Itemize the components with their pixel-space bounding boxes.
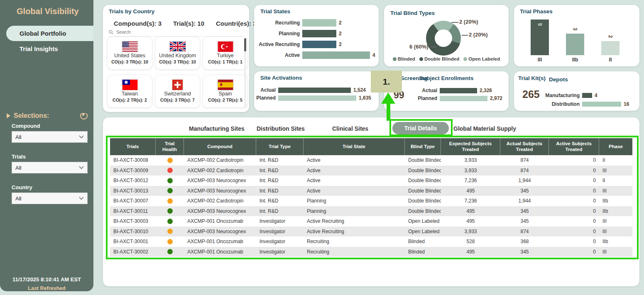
bar-manufacturing[interactable] xyxy=(582,93,592,98)
bar-planned[interactable] xyxy=(278,95,356,101)
annotation-step-box: 1. xyxy=(371,71,402,93)
reset-filters-button[interactable] xyxy=(80,112,88,119)
bar-actual[interactable] xyxy=(440,88,477,93)
es-flag-icon xyxy=(203,79,247,90)
bar-recruiting[interactable] xyxy=(302,19,336,27)
country-tile-stats: CO(s): 2 TR(s): 5 xyxy=(203,98,247,102)
country-scrollbar xyxy=(244,38,246,108)
legend-label: Blinded xyxy=(398,56,415,61)
tr-flag-icon xyxy=(203,41,247,52)
filter-value: All xyxy=(15,165,21,171)
legend-item-double-blinded: Double Blinded xyxy=(419,56,459,61)
country-tile-turkiye[interactable]: TurkiyeCO(s): 1 TR(s): 1 xyxy=(203,37,248,70)
bar-value: 4 xyxy=(372,52,375,58)
us-flag-icon xyxy=(108,41,152,52)
filter-panel: CompoundAllTrialsAllCountryAll xyxy=(0,123,93,215)
phase-bar-iii[interactable]: 5 xyxy=(531,20,549,55)
filter-value: All xyxy=(15,134,21,140)
trial-states-chart: Recruiting2Planning2Active Recruiting2Ac… xyxy=(258,19,375,62)
legend-dot xyxy=(463,57,467,61)
bar-value: 2 xyxy=(339,31,342,37)
bar-label: Distribution xyxy=(545,101,580,107)
scrollbar-thumb[interactable] xyxy=(244,38,246,51)
bar-value: 2 xyxy=(339,20,342,26)
blind-types-legend: BlindedDouble BlindedOpen Labeled xyxy=(384,56,509,61)
bar-active[interactable] xyxy=(302,51,370,59)
tw-flag-icon xyxy=(108,79,152,90)
annotation-rect-table xyxy=(106,136,639,259)
tab-manufacturing-sites[interactable]: Manufacturing Sites xyxy=(189,125,245,132)
chevron-right-icon xyxy=(7,113,10,118)
last-refreshed-label: Last Refreshed xyxy=(0,285,93,291)
annotation-arrow-shaft xyxy=(387,103,390,121)
trials-by-country-title: Trials by Country xyxy=(109,8,154,15)
bar-label: Actual xyxy=(418,88,437,93)
trial-count: Trial(s): 10 xyxy=(173,20,204,27)
phase-axis-label: III xyxy=(531,57,549,63)
uk-flag-icon xyxy=(155,41,200,52)
bar-planning[interactable] xyxy=(302,30,336,37)
tab-distribution-sites[interactable]: Distribution Sites xyxy=(257,125,305,132)
country-search xyxy=(109,29,242,37)
country-tile-spain[interactable]: SpainCO(s): 2 TR(s): 5 xyxy=(203,75,248,108)
selections-label: Selections: xyxy=(14,112,49,119)
country-tile-switzerland[interactable]: SwitzerlandCO(s): 3 TR(s): 7 xyxy=(155,75,200,108)
sidebar-item-global-portfolio[interactable]: Global Portfolio xyxy=(6,26,93,41)
trial-states-title: Trial States xyxy=(260,8,290,15)
annotation-arrow-head xyxy=(381,93,395,104)
tab-global-material-supply[interactable]: Global Material Supply xyxy=(453,125,516,132)
filter-dropdown-compound[interactable]: All xyxy=(12,131,88,143)
legend-label: Open Labeled xyxy=(468,56,500,61)
annotation-rect-tab xyxy=(389,119,453,136)
country-name: Turkiye xyxy=(203,53,247,59)
chevron-down-icon xyxy=(79,197,84,200)
country-tile-united-states[interactable]: United StatesCO(s): 3 TR(s): 10 xyxy=(107,37,152,70)
bar-value: 2,326 xyxy=(480,88,492,93)
bar-value: 1,635 xyxy=(359,95,371,101)
bar-planned[interactable] xyxy=(440,96,487,101)
sidebar-item-trial-insights[interactable]: Trial Insights xyxy=(0,41,93,56)
chevron-down-icon xyxy=(79,135,84,139)
callout-line xyxy=(451,22,458,23)
sidebar-nav: Global PortfolioTrial Insights xyxy=(0,26,93,56)
bar-value: 1,524 xyxy=(353,87,366,93)
bar-label: Actual xyxy=(255,87,276,93)
search-icon xyxy=(109,30,113,34)
tab-clinical-sites[interactable]: Clinical Sites xyxy=(332,125,368,132)
phase-axis-label: IIb xyxy=(566,57,584,63)
filter-dropdown-country[interactable]: All xyxy=(12,193,88,204)
phase-bar-ii[interactable]: 2 xyxy=(601,41,620,55)
selections-header: Selections: xyxy=(7,112,88,119)
trial-phases-chart: 532 xyxy=(531,20,620,55)
country-name: United States xyxy=(108,53,152,59)
bar-value: 2,972 xyxy=(490,95,502,101)
country-tile-stats: CO(s): 3 TR(s): 10 xyxy=(108,59,152,64)
legend-label: Double Blinded xyxy=(424,56,459,61)
blind-types-donut[interactable] xyxy=(426,21,461,56)
phase-bar-value: 5 xyxy=(537,23,543,26)
trial-kits-value: 265 xyxy=(522,88,540,100)
bar-label: Active xyxy=(258,52,300,58)
ch-flag-icon xyxy=(155,79,200,90)
bar-active-recruiting[interactable] xyxy=(302,41,336,48)
callout-line xyxy=(462,35,468,36)
filter-label-compound: Compound xyxy=(12,123,93,129)
filter-label-country: Country xyxy=(12,184,93,190)
bar-value: 4 xyxy=(595,93,597,98)
bar-actual[interactable] xyxy=(278,88,351,93)
bar-distribution[interactable] xyxy=(582,102,621,107)
phase-bar-iib[interactable]: 3 xyxy=(566,34,584,55)
trial-phases-axis: IIIIIbII xyxy=(531,57,620,63)
bar-label: Recruiting xyxy=(258,20,300,26)
bar-label: Planned xyxy=(255,95,276,101)
country-stats: Compound(s): 3 Trial(s): 10 Countri(es):… xyxy=(114,20,260,27)
sidebar: Global Visibility Global PortfolioTrial … xyxy=(0,0,93,291)
search-input[interactable] xyxy=(115,29,233,35)
country-tile-stats: CO(s): 3 TR(s): 10 xyxy=(155,59,200,64)
filter-dropdown-trials[interactable]: All xyxy=(12,162,88,173)
country-name: Spain xyxy=(203,91,247,97)
callout-line xyxy=(430,46,436,47)
country-tile-taiwan[interactable]: TaiwanCO(s): 2 TR(s): 2 xyxy=(107,75,152,108)
depots-chart: Manufacturing4Distribution16 xyxy=(545,93,629,110)
country-tile-united-kingdom[interactable]: United KingdomCO(s): 3 TR(s): 10 xyxy=(155,37,200,70)
